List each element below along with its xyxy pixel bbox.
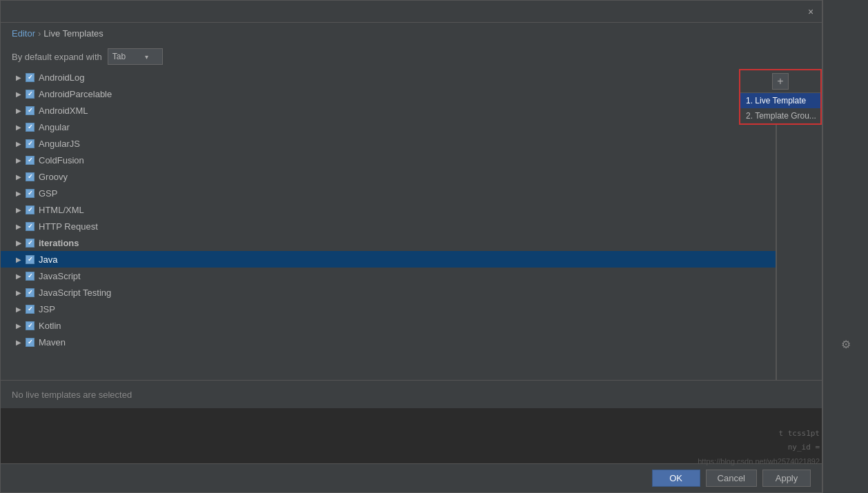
item-label: AndroidLog (39, 72, 85, 83)
code-value: ny_id = (788, 443, 820, 452)
item-label: JavaScript (39, 271, 81, 281)
checkbox[interactable] (26, 288, 34, 297)
code-area (1, 408, 822, 463)
list-item[interactable]: ▶JavaScript Testing (1, 284, 776, 301)
checkbox[interactable] (26, 338, 34, 347)
list-item[interactable]: ▶Java (1, 251, 776, 268)
item-label: JSP (39, 304, 55, 314)
expand-arrow-icon: ▶ (14, 305, 23, 313)
ok-button[interactable]: OK (652, 470, 700, 487)
template-list-panel[interactable]: ▶AndroidLog▶AndroidParcelable▶AndroidXML… (1, 69, 776, 380)
expand-arrow-icon: ▶ (14, 222, 23, 230)
expand-arrow-icon: ▶ (14, 239, 23, 247)
list-item[interactable]: ▶AngularJS (1, 135, 776, 152)
expand-select-value: Tab (112, 52, 126, 61)
item-label: AndroidParcelable (39, 89, 112, 99)
bottom-area: No live templates are selected (1, 380, 822, 463)
add-button[interactable]: + (772, 73, 789, 90)
breadcrumb-separator: › (38, 28, 41, 39)
breadcrumb-current: Live Templates (43, 28, 103, 39)
checkbox[interactable] (26, 272, 34, 281)
list-item[interactable]: ▶Maven (1, 334, 776, 350)
expand-select-arrow-icon: ▾ (145, 53, 148, 61)
gear-button[interactable]: ⚙ (841, 338, 851, 351)
dropdown-item-template-group[interactable]: 2. Template Grou... (740, 108, 820, 123)
checkbox[interactable] (26, 73, 34, 82)
expand-arrow-icon: ▶ (14, 338, 23, 346)
checkbox[interactable] (26, 255, 34, 264)
list-item[interactable]: ▶Kotlin (1, 317, 776, 334)
checkbox[interactable] (26, 205, 34, 214)
apply-button[interactable]: Apply (762, 470, 811, 487)
status-bar: No live templates are selected (1, 381, 822, 408)
gear-icon: ⚙ (841, 339, 851, 350)
list-item[interactable]: ▶ColdFusion (1, 152, 776, 168)
item-label: ColdFusion (39, 155, 84, 165)
checkbox[interactable] (26, 90, 34, 99)
list-item[interactable]: ▶JSP (1, 301, 776, 317)
footer: OK Cancel Apply (1, 463, 822, 492)
right-actions-panel: + 1. Live Template 2. Template Grou... ↺ (776, 69, 822, 380)
checkbox[interactable] (26, 305, 34, 314)
breadcrumb: Editor › Live Templates (1, 23, 822, 44)
title-bar: × (1, 1, 822, 23)
far-right-panel: ⚙ (822, 0, 868, 493)
expand-arrow-icon: ▶ (14, 73, 23, 81)
checkbox[interactable] (26, 156, 34, 165)
expand-label: By default expand with (12, 52, 102, 62)
expand-arrow-icon: ▶ (14, 205, 23, 214)
checkbox[interactable] (26, 139, 34, 148)
list-item[interactable]: ▶HTTP Request (1, 218, 776, 234)
expand-arrow-icon: ▶ (14, 90, 23, 98)
item-label: iterations (39, 238, 79, 248)
expand-arrow-icon: ▶ (14, 272, 23, 280)
status-text: No live templates are selected (12, 390, 132, 400)
list-item[interactable]: ▶AndroidLog (1, 69, 776, 85)
expand-arrow-icon: ▶ (14, 321, 23, 330)
plus-icon: + (777, 75, 783, 88)
list-item[interactable]: ▶iterations (1, 234, 776, 251)
checkbox[interactable] (26, 239, 34, 248)
item-label: Kotlin (39, 321, 61, 331)
list-item[interactable]: ▶AndroidXML (1, 102, 776, 119)
expand-arrow-icon: ▶ (14, 106, 23, 114)
expand-select[interactable]: Tab ▾ (108, 48, 163, 65)
item-label: Groovy (39, 172, 68, 182)
item-label: HTTP Request (39, 221, 98, 232)
item-label: JavaScript Testing (39, 288, 111, 298)
expand-arrow-icon: ▶ (14, 172, 23, 181)
add-button-row: + (740, 70, 820, 93)
code-label: t tcss1pt (778, 429, 820, 438)
item-label: GSP (39, 188, 57, 199)
expand-arrow-icon: ▶ (14, 189, 23, 197)
checkbox[interactable] (26, 189, 34, 198)
checkbox[interactable] (26, 172, 34, 181)
item-label: Maven (39, 337, 66, 348)
list-item[interactable]: ▶Groovy (1, 168, 776, 185)
cancel-button[interactable]: Cancel (706, 470, 757, 487)
expand-arrow-icon: ▶ (14, 288, 23, 296)
checkbox[interactable] (26, 106, 34, 115)
breadcrumb-editor-link[interactable]: Editor (12, 28, 35, 39)
expand-arrow-icon: ▶ (14, 139, 23, 148)
list-item[interactable]: ▶HTML/XML (1, 201, 776, 218)
item-label: Java (39, 254, 57, 265)
list-item[interactable]: ▶Angular (1, 119, 776, 135)
list-item[interactable]: ▶AndroidParcelable (1, 85, 776, 102)
list-item[interactable]: ▶GSP (1, 185, 776, 201)
checkbox[interactable] (26, 321, 34, 330)
checkbox[interactable] (26, 123, 34, 132)
expand-arrow-icon: ▶ (14, 156, 23, 164)
toolbar-row: By default expand with Tab ▾ (1, 44, 822, 69)
url-watermark: https://blog.csdn.net/wh2574021892 (698, 457, 820, 465)
main-content: ▶AndroidLog▶AndroidParcelable▶AndroidXML… (1, 69, 822, 380)
checkbox[interactable] (26, 222, 34, 231)
close-button[interactable]: × (805, 6, 816, 17)
item-label: Angular (39, 122, 70, 132)
item-label: AndroidXML (39, 105, 88, 116)
expand-arrow-icon: ▶ (14, 123, 23, 131)
dropdown-item-live-template[interactable]: 1. Live Template (740, 93, 820, 108)
item-label: AngularJS (39, 139, 80, 149)
list-item[interactable]: ▶JavaScript (1, 268, 776, 284)
expand-arrow-icon: ▶ (14, 255, 23, 263)
